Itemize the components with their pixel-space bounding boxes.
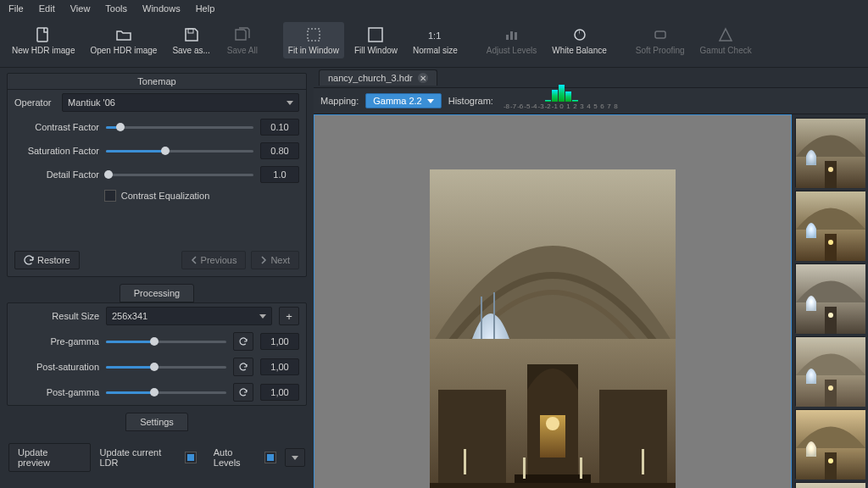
fit-window-label: Fit in Window — [288, 46, 339, 55]
pregamma-reset[interactable] — [233, 332, 253, 351]
close-icon[interactable]: ✕ — [418, 73, 428, 83]
menu-file[interactable]: File — [8, 3, 24, 14]
auto-levels-menu-button[interactable] — [285, 448, 305, 467]
next-button[interactable]: Next — [251, 251, 299, 269]
update-ldr-checkbox[interactable] — [185, 452, 197, 463]
main-area: nancy_church_3.hdr ✕ Mapping: Gamma 2.2 … — [314, 68, 868, 480]
menu-tools[interactable]: Tools — [105, 3, 127, 14]
tonemap-panel: Tonemap Operator Mantiuk '06 Contrast Fa… — [7, 73, 307, 277]
detail-value[interactable]: 1.0 — [260, 166, 299, 183]
thumbnail[interactable] — [795, 118, 865, 187]
adjust-levels-button[interactable]: Adjust Levels — [481, 22, 542, 58]
svg-rect-21 — [308, 29, 320, 41]
thumbnail[interactable] — [795, 482, 865, 488]
thumbnail[interactable] — [795, 263, 865, 333]
fit-window-button[interactable]: Fit in Window — [283, 22, 344, 58]
image-viewport[interactable] — [314, 114, 792, 488]
new-hdr-button[interactable]: New HDR image — [7, 22, 80, 58]
file-tab[interactable]: nancy_church_3.hdr ✕ — [319, 69, 437, 86]
pregamma-value[interactable]: 1,00 — [260, 333, 299, 350]
levels-icon — [503, 25, 521, 44]
chevron-down-icon — [259, 314, 266, 319]
chevron-right-icon — [260, 256, 267, 264]
undo-icon — [24, 255, 34, 265]
undo-icon — [238, 336, 248, 347]
left-sidebar: Tonemap Operator Mantiuk '06 Contrast Fa… — [0, 68, 314, 480]
result-size-select[interactable]: 256x341 — [106, 307, 272, 325]
open-hdr-button[interactable]: Open HDR image — [85, 22, 162, 58]
new-hdr-label: New HDR image — [12, 46, 75, 55]
saturation-label: Saturation Factor — [14, 146, 99, 156]
contrast-label: Contrast Factor — [14, 122, 99, 132]
save-as-button[interactable]: Save as... — [167, 22, 214, 58]
processing-tab[interactable]: Processing — [120, 284, 194, 302]
gamut-check-button[interactable]: Gamut Check — [695, 22, 757, 58]
chevron-down-icon — [427, 99, 434, 103]
soft-proofing-icon — [651, 25, 670, 44]
auto-levels-checkbox[interactable] — [264, 452, 276, 463]
normal-size-icon: 1:1 — [426, 25, 444, 44]
postsat-label: Post-saturation — [14, 362, 99, 372]
mapping-label: Mapping: — [320, 96, 359, 106]
save-all-label: Save All — [227, 46, 258, 55]
fit-window-icon — [304, 25, 323, 44]
white-balance-label: White Balance — [552, 46, 606, 55]
detail-slider[interactable] — [106, 169, 253, 180]
pregamma-slider[interactable] — [106, 336, 226, 347]
fill-window-icon — [366, 25, 385, 44]
soft-proofing-label: Soft Proofing — [636, 46, 685, 55]
menu-help[interactable]: Help — [196, 3, 215, 14]
thumbnail[interactable] — [795, 336, 865, 406]
normal-size-label: Normal size — [413, 46, 458, 55]
fill-window-button[interactable]: Fill Window — [349, 22, 403, 58]
mapping-select[interactable]: Gamma 2.2 — [365, 93, 441, 108]
settings-tab[interactable]: Settings — [125, 413, 188, 431]
restore-button[interactable]: Restore — [14, 251, 80, 269]
normal-size-button[interactable]: 1:1 Normal size — [408, 22, 463, 58]
tonemap-title: Tonemap — [8, 74, 306, 90]
contrast-slider[interactable] — [106, 121, 253, 133]
svg-rect-25 — [655, 31, 665, 38]
chevron-left-icon — [191, 256, 198, 264]
bottom-bar: Update preview Update current LDR Auto L… — [7, 438, 307, 474]
postgamma-reset[interactable] — [233, 383, 253, 402]
fill-window-label: Fill Window — [354, 46, 398, 55]
auto-levels-label: Auto Levels — [214, 447, 262, 468]
add-size-button[interactable]: + — [279, 307, 299, 325]
save-all-icon — [233, 25, 252, 44]
white-balance-button[interactable]: White Balance — [547, 22, 611, 58]
menu-edit[interactable]: Edit — [39, 3, 55, 14]
postsat-reset[interactable] — [233, 358, 253, 376]
update-preview-button[interactable]: Update preview — [8, 443, 91, 472]
menubar: File Edit View Tools Windows Help — [0, 0, 868, 17]
file-tab-name: nancy_church_3.hdr — [328, 73, 413, 83]
result-size-value: 256x341 — [112, 311, 147, 321]
gamut-check-label: Gamut Check — [700, 46, 752, 55]
result-size-label: Result Size — [14, 311, 99, 321]
menu-windows[interactable]: Windows — [142, 3, 181, 14]
saturation-value[interactable]: 0.80 — [260, 142, 299, 159]
saturation-slider[interactable] — [106, 145, 253, 157]
update-ldr-label: Update current LDR — [99, 447, 181, 468]
contrast-eq-checkbox[interactable] — [104, 190, 116, 202]
operator-select[interactable]: Mantiuk '06 — [62, 93, 299, 112]
thumbnail[interactable] — [795, 409, 865, 479]
postsat-slider[interactable] — [106, 361, 226, 373]
thumbnail-strip — [792, 114, 868, 488]
thumbnail[interactable] — [795, 191, 865, 260]
undo-icon — [238, 387, 248, 397]
save-all-button[interactable]: Save All — [220, 22, 264, 58]
svg-text:1:1: 1:1 — [428, 30, 441, 41]
soft-proofing-button[interactable]: Soft Proofing — [631, 22, 690, 58]
previous-button[interactable]: Previous — [181, 251, 247, 269]
postgamma-value[interactable]: 1,00 — [260, 384, 299, 401]
menu-view[interactable]: View — [70, 3, 91, 14]
save-as-label: Save as... — [172, 46, 209, 55]
svg-rect-22 — [369, 28, 382, 42]
postgamma-slider[interactable] — [106, 386, 226, 398]
gamut-check-icon — [716, 25, 735, 44]
folder-open-icon — [114, 25, 133, 44]
contrast-value[interactable]: 0.10 — [260, 119, 299, 136]
postsat-value[interactable]: 1,00 — [260, 358, 299, 375]
white-balance-icon — [570, 25, 589, 44]
